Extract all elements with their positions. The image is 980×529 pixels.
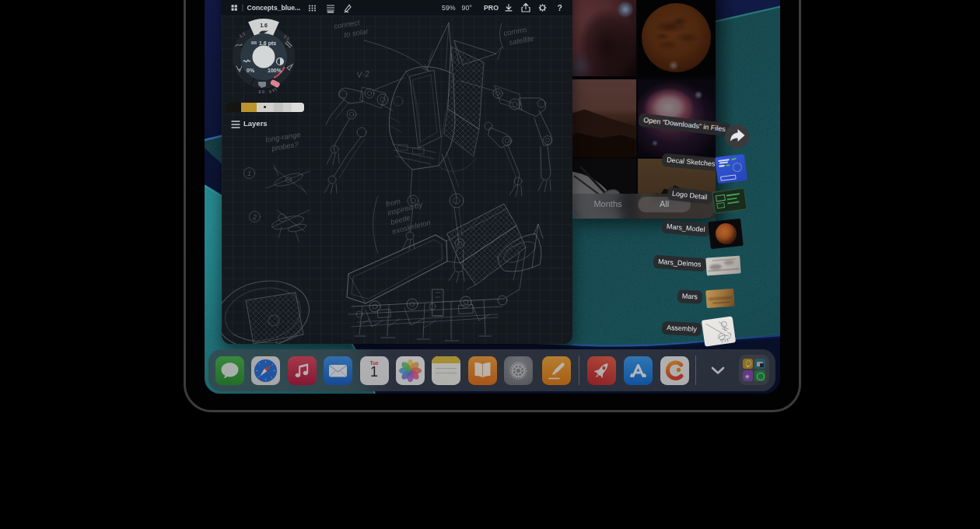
svg-text:PRO: PRO [484, 4, 499, 12]
svg-text:1.6: 1.6 [260, 23, 268, 28]
svg-text:V·2: V·2 [356, 68, 370, 79]
svg-text:0%: 0% [247, 68, 255, 73]
svg-text:1: 1 [247, 170, 251, 177]
svg-text:90°: 90° [462, 4, 472, 12]
svg-text:100%: 100% [268, 68, 282, 73]
svg-text:6.8: 6.8 [258, 89, 264, 94]
svg-text:1.6 pts: 1.6 pts [259, 40, 276, 47]
svg-text:14.5: 14.5 [268, 86, 278, 94]
svg-text:to solar: to solar [344, 26, 369, 39]
svg-text:2: 2 [252, 213, 257, 221]
svg-text:59%: 59% [442, 4, 456, 12]
svg-text:?: ? [558, 3, 562, 12]
